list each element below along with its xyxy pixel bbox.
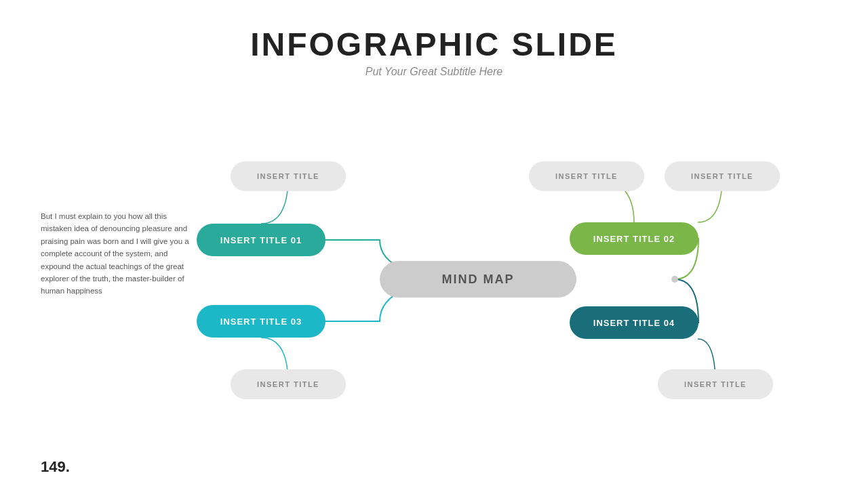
pill-top-right1: INSERT TITLE — [529, 161, 644, 191]
main-title: INFOGRAPHIC SLIDE — [0, 26, 868, 63]
mindmap-container: MIND MAP INSERT TITLE INSERT TITLE 01 IN… — [197, 136, 807, 427]
branch-title01: INSERT TITLE 01 — [197, 224, 326, 256]
side-text: But I must explain to you how all this m… — [41, 210, 190, 298]
branch-title04: INSERT TITLE 04 — [570, 306, 698, 339]
pill-top-left: INSERT TITLE — [231, 161, 346, 191]
svg-point-10 — [671, 276, 678, 283]
page-number: 149. — [41, 458, 70, 476]
subtitle: Put Your Great Subtitle Here — [0, 66, 868, 78]
header: INFOGRAPHIC SLIDE Put Your Great Subtitl… — [0, 0, 868, 78]
branch-title03: INSERT TITLE 03 — [197, 305, 326, 338]
pill-bottom-right: INSERT TITLE — [658, 369, 773, 399]
branch-title02: INSERT TITLE 02 — [570, 222, 698, 255]
pill-top-right2: INSERT TITLE — [665, 161, 780, 191]
pill-bottom-left: INSERT TITLE — [231, 369, 346, 399]
center-node: MIND MAP — [380, 261, 576, 298]
